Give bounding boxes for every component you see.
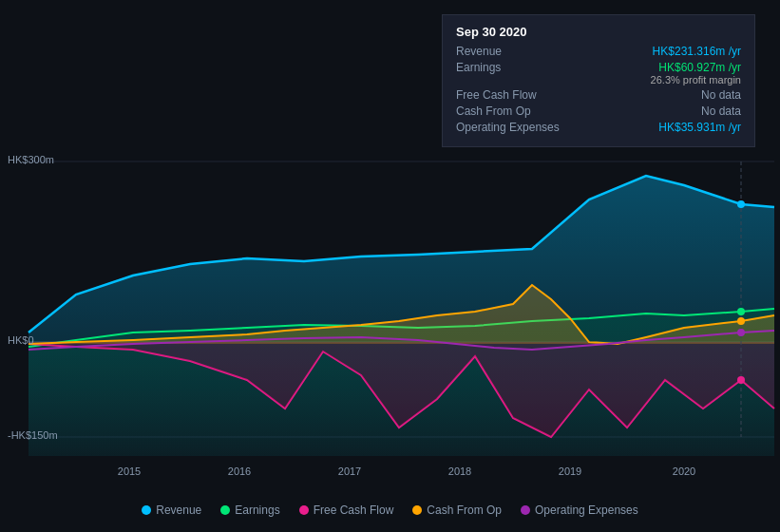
svg-point-6 (737, 200, 745, 208)
tooltip-row-fcf: Free Cash Flow No data (456, 88, 741, 102)
tooltip-row-revenue: Revenue HK$231.316m /yr (456, 45, 741, 58)
tooltip-label-revenue: Revenue (456, 45, 570, 58)
tooltip-label-opex: Operating Expenses (456, 121, 570, 134)
legend-dot-revenue (142, 505, 151, 515)
legend: Revenue Earnings Free Cash Flow Cash Fro… (0, 504, 780, 517)
legend-label-cashop: Cash From Op (427, 504, 502, 517)
tooltip-value-fcf: No data (701, 88, 741, 102)
legend-item-opex[interactable]: Operating Expenses (521, 504, 638, 517)
tooltip: Sep 30 2020 Revenue HK$231.316m /yr Earn… (442, 14, 755, 147)
legend-label-opex: Operating Expenses (535, 504, 638, 517)
tooltip-row-earnings: Earnings HK$60.927m /yr 26.3% profit mar… (456, 61, 741, 86)
legend-item-revenue[interactable]: Revenue (142, 504, 201, 517)
legend-dot-earnings (220, 505, 230, 515)
tooltip-value-earnings: HK$60.927m /yr (651, 61, 741, 74)
tooltip-value-group-earnings: HK$60.927m /yr 26.3% profit margin (651, 61, 741, 86)
legend-item-cashop[interactable]: Cash From Op (412, 504, 502, 517)
legend-dot-opex (521, 505, 530, 515)
tooltip-value-revenue: HK$231.316m /yr (653, 45, 741, 58)
svg-point-9 (737, 317, 745, 325)
legend-label-fcf: Free Cash Flow (314, 504, 394, 517)
svg-point-8 (737, 376, 745, 384)
y-label-zero: HK$0 (8, 334, 34, 346)
legend-label-earnings: Earnings (235, 504, 279, 517)
y-label-bottom: -HK$150m (8, 429, 58, 441)
x-label-2015: 2015 (118, 466, 141, 477)
x-label-2020: 2020 (673, 466, 695, 477)
tooltip-label-cashop: Cash From Op (456, 104, 570, 118)
tooltip-label-fcf: Free Cash Flow (456, 88, 570, 102)
legend-item-earnings[interactable]: Earnings (220, 504, 279, 517)
x-label-2018: 2018 (448, 466, 471, 477)
y-label-top: HK$300m (8, 154, 54, 165)
tooltip-label-earnings: Earnings (456, 61, 570, 74)
x-label-2016: 2016 (228, 466, 251, 477)
svg-point-7 (737, 308, 745, 315)
legend-label-revenue: Revenue (156, 504, 201, 517)
svg-point-10 (737, 329, 745, 336)
legend-dot-cashop (412, 505, 422, 515)
tooltip-value-cashop: No data (701, 104, 741, 118)
tooltip-row-opex: Operating Expenses HK$35.931m /yr (456, 121, 741, 134)
tooltip-value-opex: HK$35.931m /yr (658, 121, 741, 134)
tooltip-row-cashop: Cash From Op No data (456, 104, 741, 118)
legend-dot-fcf (299, 505, 309, 515)
chart-container: HK$300m HK$0 -HK$150m 2015 2016 2017 201… (0, 0, 780, 532)
legend-item-fcf[interactable]: Free Cash Flow (299, 504, 394, 517)
x-label-2019: 2019 (559, 466, 581, 477)
x-label-2017: 2017 (338, 466, 361, 477)
tooltip-profit-margin: 26.3% profit margin (651, 74, 741, 86)
tooltip-date: Sep 30 2020 (456, 25, 741, 39)
